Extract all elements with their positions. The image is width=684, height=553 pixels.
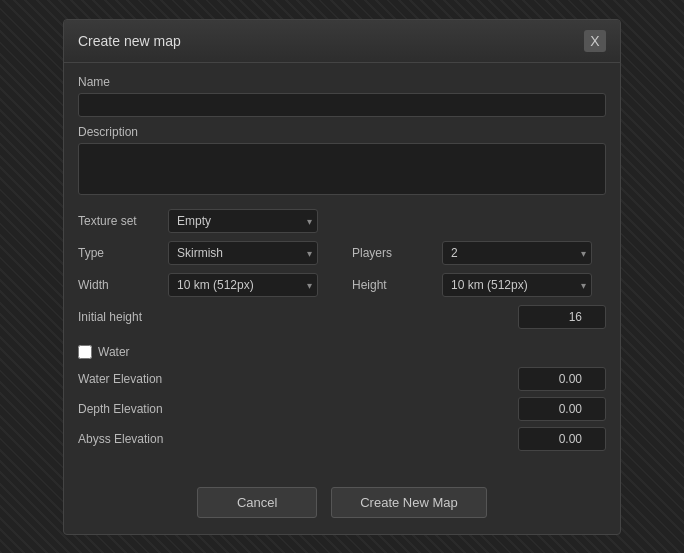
type-players-row: Type Skirmish Campaign Players 2 4 <box>78 241 606 273</box>
width-height-row: Width 5 km (256px) 10 km (512px) 20 km (… <box>78 273 606 305</box>
height-row: Height 5 km (256px) 10 km (512px) 20 km … <box>352 273 606 297</box>
width-select-wrapper: 5 km (256px) 10 km (512px) 20 km (1024px… <box>168 273 318 297</box>
dialog-title: Create new map <box>78 33 181 49</box>
type-select-wrapper: Skirmish Campaign <box>168 241 318 265</box>
depth-elevation-label: Depth Elevation <box>78 402 518 416</box>
dialog: Create new map X Name Description Textur… <box>63 19 621 535</box>
water-elevation-input[interactable] <box>518 367 606 391</box>
description-label: Description <box>78 125 606 139</box>
water-row: Water <box>78 345 606 359</box>
texture-set-row: Texture set Empty Desert Grass Volcanic <box>78 209 606 233</box>
dialog-body: Name Description Texture set Empty Deser… <box>64 63 620 469</box>
width-row: Width 5 km (256px) 10 km (512px) 20 km (… <box>78 273 332 297</box>
water-label[interactable]: Water <box>98 345 130 359</box>
initial-height-label: Initial height <box>78 310 518 324</box>
abyss-elevation-label: Abyss Elevation <box>78 432 518 446</box>
create-button[interactable]: Create New Map <box>331 487 487 518</box>
name-label: Name <box>78 75 606 89</box>
players-select-wrapper: 2 4 6 8 <box>442 241 592 265</box>
initial-height-row: Initial height <box>78 305 606 329</box>
type-row: Type Skirmish Campaign <box>78 241 332 265</box>
water-elevation-label: Water Elevation <box>78 372 518 386</box>
abyss-elevation-input[interactable] <box>518 427 606 451</box>
width-select[interactable]: 5 km (256px) 10 km (512px) 20 km (1024px… <box>168 273 318 297</box>
water-checkbox[interactable] <box>78 345 92 359</box>
players-select[interactable]: 2 4 6 8 <box>442 241 592 265</box>
cancel-button[interactable]: Cancel <box>197 487 317 518</box>
height-label: Height <box>352 278 442 292</box>
description-input[interactable] <box>78 143 606 195</box>
depth-elevation-input[interactable] <box>518 397 606 421</box>
texture-set-label: Texture set <box>78 214 168 228</box>
initial-height-input[interactable] <box>518 305 606 329</box>
water-elevation-row: Water Elevation <box>78 367 606 391</box>
height-select[interactable]: 5 km (256px) 10 km (512px) 20 km (1024px… <box>442 273 592 297</box>
depth-elevation-row: Depth Elevation <box>78 397 606 421</box>
water-checkbox-wrapper: Water <box>78 345 130 359</box>
overlay: Create new map X Name Description Textur… <box>0 0 684 553</box>
texture-set-select-wrapper: Empty Desert Grass Volcanic <box>168 209 318 233</box>
abyss-elevation-row: Abyss Elevation <box>78 427 606 451</box>
texture-set-select[interactable]: Empty Desert Grass Volcanic <box>168 209 318 233</box>
width-label: Width <box>78 278 168 292</box>
height-select-wrapper: 5 km (256px) 10 km (512px) 20 km (1024px… <box>442 273 592 297</box>
type-label: Type <box>78 246 168 260</box>
type-select[interactable]: Skirmish Campaign <box>168 241 318 265</box>
close-button[interactable]: X <box>584 30 606 52</box>
players-row: Players 2 4 6 8 <box>352 241 606 265</box>
name-input[interactable] <box>78 93 606 117</box>
dialog-footer: Cancel Create New Map <box>64 469 620 534</box>
players-label: Players <box>352 246 442 260</box>
dialog-header: Create new map X <box>64 20 620 63</box>
